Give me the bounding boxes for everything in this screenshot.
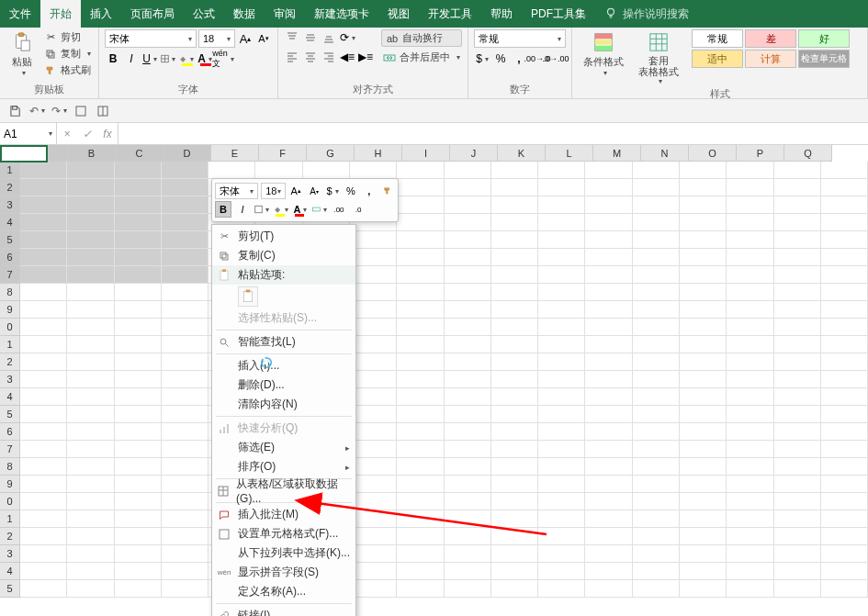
cell[interactable]	[774, 493, 821, 510]
row-header[interactable]: 0	[0, 493, 20, 510]
cell[interactable]	[115, 336, 162, 353]
cell[interactable]	[633, 493, 680, 510]
border-button[interactable]: ▾	[160, 50, 176, 67]
row-header[interactable]: 5	[0, 406, 20, 423]
underline-button[interactable]: U▾	[141, 50, 158, 67]
cell[interactable]	[445, 563, 491, 580]
fill-color-button[interactable]: ▾	[178, 50, 195, 67]
cell[interactable]	[67, 319, 114, 336]
cell[interactable]	[821, 545, 868, 563]
cell[interactable]	[585, 301, 632, 319]
row-headers[interactable]: 1234567890123456789012345	[0, 162, 20, 598]
column-headers[interactable]: ABCDEFGHIJKLMNOPQ	[20, 145, 868, 162]
cell[interactable]	[67, 441, 114, 458]
cell[interactable]	[350, 301, 397, 319]
indent-increase-button[interactable]: ▶≡	[357, 49, 374, 65]
cell[interactable]	[350, 510, 397, 528]
cell[interactable]	[774, 580, 821, 598]
cell[interactable]	[397, 336, 444, 353]
cell[interactable]	[397, 563, 444, 580]
mini-merge[interactable]: ▾	[311, 201, 328, 218]
cell[interactable]	[727, 493, 773, 510]
cell[interactable]	[397, 580, 444, 598]
cell[interactable]	[162, 284, 209, 301]
conditional-format-button[interactable]: 条件格式▾	[578, 29, 629, 79]
cell[interactable]	[821, 301, 868, 319]
cell[interactable]	[162, 493, 209, 510]
ctx-insert-comment[interactable]: 插入批注(M)	[212, 505, 355, 524]
cell[interactable]	[20, 353, 67, 371]
cell[interactable]	[538, 458, 585, 476]
cell[interactable]	[633, 371, 680, 388]
cell[interactable]	[491, 406, 538, 423]
cell[interactable]	[680, 319, 727, 336]
cell[interactable]	[67, 388, 114, 406]
cell[interactable]	[397, 231, 444, 249]
row-header[interactable]: 2	[0, 528, 20, 545]
cell[interactable]	[727, 476, 773, 493]
cell[interactable]	[727, 441, 773, 458]
cell[interactable]	[538, 179, 585, 196]
cell[interactable]	[350, 441, 397, 458]
cell[interactable]	[538, 249, 585, 266]
cell[interactable]	[162, 423, 209, 441]
cell[interactable]	[821, 493, 868, 510]
cell[interactable]	[115, 563, 162, 580]
tab-pdf[interactable]: PDF工具集	[522, 0, 595, 28]
cell-style-bad[interactable]: 差	[745, 29, 796, 48]
cell[interactable]	[20, 458, 67, 476]
cell[interactable]	[445, 371, 491, 388]
undo-button[interactable]: ↶▾	[29, 104, 44, 118]
cell[interactable]	[67, 284, 114, 301]
cell[interactable]	[727, 319, 773, 336]
cell[interactable]	[115, 493, 162, 510]
cell[interactable]	[67, 493, 114, 510]
cell[interactable]	[445, 510, 491, 528]
cell[interactable]	[115, 510, 162, 528]
cell[interactable]	[585, 563, 632, 580]
col-header[interactable]: D	[163, 145, 211, 162]
cell[interactable]	[727, 179, 773, 196]
cell[interactable]	[491, 319, 538, 336]
cell[interactable]	[585, 249, 632, 266]
cell[interactable]	[162, 301, 209, 319]
cell[interactable]	[162, 476, 209, 493]
ctx-format-cells[interactable]: 设置单元格格式(F)...	[212, 524, 355, 543]
cell[interactable]	[115, 476, 162, 493]
cell[interactable]	[821, 371, 868, 388]
tab-dev[interactable]: 开发工具	[419, 0, 481, 28]
cell[interactable]	[585, 423, 632, 441]
cell[interactable]	[491, 231, 538, 249]
font-name-combo[interactable]: 宋体▾	[105, 29, 197, 48]
cell[interactable]	[821, 406, 868, 423]
cell[interactable]	[774, 301, 821, 319]
cell[interactable]	[727, 284, 773, 301]
qat-item-1[interactable]	[73, 104, 88, 118]
cell[interactable]	[397, 388, 444, 406]
cell[interactable]	[350, 423, 397, 441]
cell[interactable]	[20, 162, 67, 179]
cell[interactable]	[727, 249, 773, 266]
ctx-paste-default[interactable]	[238, 286, 258, 307]
cell[interactable]	[397, 266, 444, 284]
number-format-combo[interactable]: 常规▾	[474, 29, 566, 48]
cell[interactable]	[727, 196, 773, 214]
cell[interactable]	[20, 231, 67, 249]
tab-insert[interactable]: 插入	[81, 0, 121, 28]
cell[interactable]	[821, 319, 868, 336]
row-header[interactable]: 4	[0, 214, 20, 231]
cell[interactable]	[350, 336, 397, 353]
cell[interactable]	[680, 545, 727, 563]
col-header[interactable]: Q	[784, 145, 832, 162]
col-header[interactable]: P	[737, 145, 784, 162]
cell[interactable]	[350, 406, 397, 423]
cell[interactable]	[633, 406, 680, 423]
cell[interactable]	[20, 493, 67, 510]
cell[interactable]	[162, 162, 209, 179]
orientation-button[interactable]: ⟳▾	[339, 29, 355, 46]
cell[interactable]	[633, 196, 680, 214]
cell[interactable]	[727, 214, 773, 231]
cell[interactable]	[633, 214, 680, 231]
col-header[interactable]: N	[641, 145, 689, 162]
cell[interactable]	[162, 249, 209, 266]
